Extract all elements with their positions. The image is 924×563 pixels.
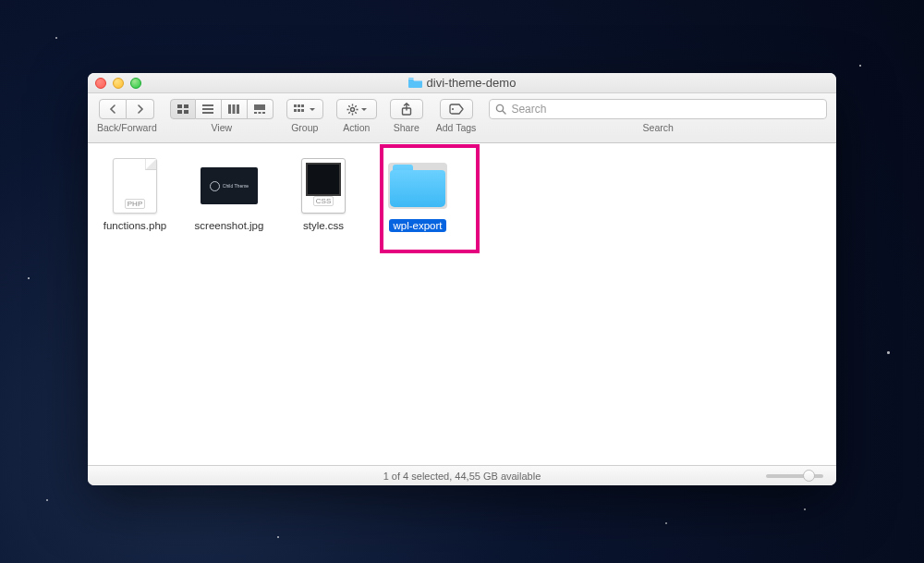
file-item-functions-php[interactable]: PHP functions.php xyxy=(95,156,175,232)
share-label: Share xyxy=(394,122,419,133)
view-label: View xyxy=(211,122,232,133)
window-title: divi-theme-demo xyxy=(408,76,517,90)
svg-line-32 xyxy=(503,111,505,114)
svg-rect-17 xyxy=(294,109,297,112)
svg-rect-0 xyxy=(177,104,182,108)
view-list-button[interactable] xyxy=(196,99,222,119)
share-group: Share xyxy=(390,99,423,133)
svg-line-27 xyxy=(355,105,356,106)
window-controls xyxy=(95,78,141,89)
svg-rect-19 xyxy=(301,109,304,112)
file-grid[interactable]: PHP functions.php Child Theme screenshot… xyxy=(88,143,836,465)
file-label: functions.php xyxy=(100,219,170,232)
slider-knob[interactable] xyxy=(803,470,815,482)
action-group: Action xyxy=(336,99,377,133)
search-input[interactable] xyxy=(511,103,821,116)
svg-line-26 xyxy=(355,112,356,113)
search-label: Search xyxy=(643,122,674,133)
minimize-button[interactable] xyxy=(113,78,124,89)
list-icon xyxy=(202,104,213,114)
search-field[interactable] xyxy=(489,99,827,119)
file-item-style-css[interactable]: CSS style.css xyxy=(284,156,363,232)
file-item-screenshot-jpg[interactable]: Child Theme screenshot.jpg xyxy=(189,156,269,232)
svg-rect-4 xyxy=(202,104,213,106)
svg-point-20 xyxy=(350,107,354,111)
file-label: wpl-export xyxy=(389,219,445,232)
close-button[interactable] xyxy=(95,78,106,89)
svg-rect-6 xyxy=(202,112,213,114)
svg-rect-11 xyxy=(254,112,257,114)
view-gallery-button[interactable] xyxy=(248,99,274,119)
php-file-icon: PHP xyxy=(105,156,164,215)
svg-line-28 xyxy=(348,112,349,113)
file-label: screenshot.jpg xyxy=(191,219,268,232)
group-group: Group xyxy=(286,99,323,133)
svg-rect-14 xyxy=(294,104,297,107)
tags-group: Add Tags xyxy=(436,99,477,133)
chevron-right-icon xyxy=(137,104,144,114)
svg-rect-5 xyxy=(202,108,213,110)
share-button[interactable] xyxy=(390,99,423,119)
svg-rect-16 xyxy=(301,104,304,107)
folder-icon xyxy=(388,156,447,215)
folder-icon xyxy=(408,78,422,88)
svg-rect-15 xyxy=(298,104,300,107)
forward-button[interactable] xyxy=(127,99,154,119)
file-label: style.css xyxy=(299,219,347,232)
group-button[interactable] xyxy=(286,99,323,119)
columns-icon xyxy=(228,104,239,114)
gallery-icon xyxy=(254,104,265,114)
zoom-button[interactable] xyxy=(130,78,141,89)
svg-rect-9 xyxy=(237,104,239,114)
finder-window: divi-theme-demo Back/Forward xyxy=(88,73,836,485)
chevron-down-icon xyxy=(310,108,315,111)
tag-icon xyxy=(449,104,464,115)
grid-icon xyxy=(177,104,188,114)
svg-line-25 xyxy=(348,105,349,106)
group-label: Group xyxy=(291,122,318,133)
tags-button[interactable] xyxy=(440,99,473,119)
icon-size-slider[interactable] xyxy=(766,474,823,478)
action-button[interactable] xyxy=(336,99,377,119)
chevron-down-icon xyxy=(361,108,367,111)
action-label: Action xyxy=(343,122,370,133)
back-forward-label: Back/Forward xyxy=(97,122,157,133)
svg-rect-7 xyxy=(228,104,231,114)
status-bar: 1 of 4 selected, 44,55 GB available xyxy=(88,465,836,485)
search-group: Search xyxy=(489,99,827,133)
view-group: View xyxy=(170,99,274,133)
svg-point-30 xyxy=(452,108,454,110)
search-icon xyxy=(495,104,506,115)
back-button[interactable] xyxy=(99,99,127,119)
view-column-button[interactable] xyxy=(222,99,248,119)
chevron-left-icon xyxy=(109,104,116,114)
file-item-wpl-export[interactable]: wpl-export xyxy=(378,156,457,232)
svg-rect-8 xyxy=(233,104,236,114)
titlebar[interactable]: divi-theme-demo xyxy=(88,73,836,93)
share-icon xyxy=(401,103,412,116)
svg-rect-13 xyxy=(262,112,265,114)
status-text: 1 of 4 selected, 44,55 GB available xyxy=(383,471,541,482)
group-icon xyxy=(294,104,307,114)
svg-rect-10 xyxy=(254,104,265,110)
badge-label: CSS xyxy=(313,196,334,206)
svg-rect-3 xyxy=(184,110,188,114)
back-forward-group: Back/Forward xyxy=(97,99,157,133)
tags-label: Add Tags xyxy=(436,122,477,133)
view-icon-button[interactable] xyxy=(170,99,196,119)
gear-icon xyxy=(346,104,359,116)
svg-rect-2 xyxy=(177,110,182,114)
toolbar: Back/Forward View xyxy=(88,93,836,143)
badge-label: PHP xyxy=(125,199,145,209)
window-title-text: divi-theme-demo xyxy=(427,76,517,90)
svg-rect-12 xyxy=(259,112,261,114)
css-file-icon: CSS xyxy=(294,156,353,215)
image-file-icon: Child Theme xyxy=(200,156,259,215)
svg-rect-18 xyxy=(298,109,300,112)
svg-rect-1 xyxy=(184,104,188,108)
